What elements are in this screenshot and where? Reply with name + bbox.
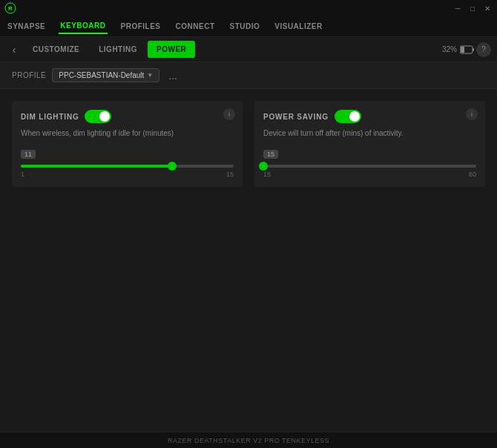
- dim-lighting-value: 11: [21, 150, 36, 159]
- dim-lighting-slider-labels: 1 15: [21, 171, 234, 178]
- maximize-button[interactable]: □: [467, 3, 478, 13]
- power-saving-slider-track[interactable]: [263, 165, 476, 168]
- power-saving-value: 15: [263, 150, 278, 159]
- battery-icon: [460, 45, 475, 54]
- nav-item-visualizer[interactable]: VISUALIZER: [273, 19, 323, 33]
- dim-lighting-min-label: 1: [21, 171, 24, 178]
- profile-name: PPC-SEBASTIAN-Default: [59, 71, 144, 79]
- bottom-bar: RAZER DEATHSTALKER V2 PRO TENKEYLESS: [0, 432, 497, 448]
- window-controls: ─ □ ✕: [452, 3, 493, 13]
- nav-item-keyboard[interactable]: KEYBOARD: [59, 19, 107, 34]
- nav-item-connect[interactable]: CONNECT: [174, 19, 217, 33]
- power-saving-slider-labels: 15 60: [263, 171, 476, 178]
- dim-lighting-info-icon[interactable]: i: [223, 108, 235, 120]
- power-saving-card: POWER SAVING i Device will turn off afte…: [254, 101, 485, 187]
- device-name: RAZER DEATHSTALKER V2 PRO TENKEYLESS: [168, 437, 329, 444]
- tab-power[interactable]: POWER: [148, 41, 195, 58]
- dim-lighting-header: DIM LIGHTING: [21, 110, 234, 123]
- tab-lighting[interactable]: LIGHTING: [90, 41, 146, 58]
- profile-label: PROFILE: [12, 71, 46, 79]
- power-saving-title: POWER SAVING: [263, 113, 329, 121]
- nav-item-profiles[interactable]: PROFILES: [119, 19, 162, 33]
- dim-lighting-slider-container: 11 1 15: [21, 146, 234, 178]
- power-saving-slider-thumb[interactable]: [259, 162, 268, 171]
- sub-nav: ‹ CUSTOMIZE LIGHTING POWER 32% ?: [0, 37, 497, 62]
- power-saving-info-icon[interactable]: i: [466, 108, 478, 120]
- razer-logo-icon: R: [4, 2, 16, 14]
- power-saving-toggle-knob: [349, 111, 360, 122]
- nav-item-studio[interactable]: STUDIO: [228, 19, 262, 33]
- tab-customize[interactable]: CUSTOMIZE: [24, 41, 88, 58]
- nav-item-synapse[interactable]: SYNAPSE: [6, 19, 47, 33]
- dim-lighting-toggle-knob: [99, 111, 110, 122]
- power-saving-toggle[interactable]: [335, 110, 361, 123]
- battery-info: 32%: [442, 45, 475, 54]
- close-button[interactable]: ✕: [482, 3, 493, 13]
- dim-lighting-max-label: 15: [226, 171, 234, 178]
- profile-dropdown[interactable]: PPC-SEBASTIAN-Default ▼: [52, 68, 159, 82]
- title-bar: R ─ □ ✕: [0, 0, 497, 16]
- svg-text:R: R: [8, 5, 13, 12]
- battery-percent: 32%: [442, 45, 457, 53]
- power-saving-description: Device will turn off after (mins) of ina…: [263, 129, 476, 137]
- help-button[interactable]: ?: [476, 42, 491, 57]
- power-saving-slider-container: 15 15 60: [263, 146, 476, 178]
- minimize-button[interactable]: ─: [452, 3, 463, 13]
- dim-lighting-slider-track[interactable]: [21, 165, 234, 168]
- profile-more-button[interactable]: ...: [165, 68, 180, 83]
- dim-lighting-toggle[interactable]: [85, 110, 111, 123]
- dim-lighting-slider-thumb[interactable]: [168, 162, 177, 171]
- power-saving-max-label: 60: [469, 171, 476, 178]
- power-saving-header: POWER SAVING: [263, 110, 476, 123]
- dim-lighting-description: When wireless, dim lighting if idle for …: [21, 129, 234, 137]
- dim-lighting-slider-fill: [21, 165, 172, 168]
- main-content: DIM LIGHTING i When wireless, dim lighti…: [0, 89, 497, 199]
- svg-rect-4: [461, 47, 464, 53]
- back-button[interactable]: ‹: [6, 42, 22, 58]
- chevron-down-icon: ▼: [147, 72, 153, 79]
- svg-rect-3: [473, 48, 474, 51]
- power-saving-min-label: 15: [263, 171, 271, 178]
- nav-bar: SYNAPSE KEYBOARD PROFILES CONNECT STUDIO…: [0, 16, 497, 37]
- dim-lighting-title: DIM LIGHTING: [21, 113, 79, 121]
- dim-lighting-card: DIM LIGHTING i When wireless, dim lighti…: [12, 101, 243, 187]
- profile-bar: PROFILE PPC-SEBASTIAN-Default ▼ ...: [0, 62, 497, 89]
